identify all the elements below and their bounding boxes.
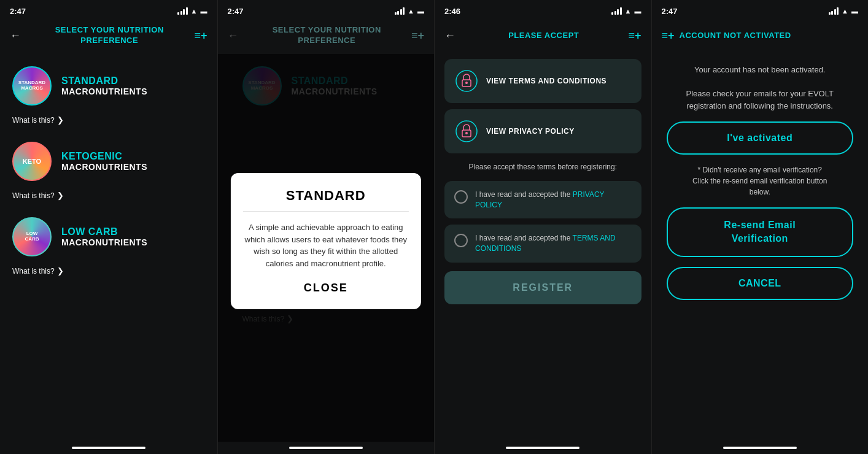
nutrition-item-standard[interactable]: STANDARDMACROS STANDARD MACRONUTRIENTS bbox=[0, 59, 217, 113]
nutrition-item-keto[interactable]: KETO KETOGENIC MACRONUTRIENTS bbox=[0, 134, 217, 188]
nutrition-bottom-lowcarb: MACRONUTRIENTS bbox=[61, 237, 205, 247]
nutrition-name-lowcarb: LOW CARB MACRONUTRIENTS bbox=[61, 226, 205, 247]
terms-label: VIEW TERMS AND CONDITIONS bbox=[486, 77, 606, 85]
modal-divider bbox=[243, 211, 409, 212]
nutrition-item-lowcarb[interactable]: LOWCARB LOW CARB MACRONUTRIENTS bbox=[0, 210, 217, 264]
nutrition-list: STANDARDMACROS STANDARD MACRONUTRIENTS W… bbox=[0, 54, 217, 442]
status-icons-1: ▲ ▬ bbox=[177, 7, 207, 15]
nutrition-bottom-standard: MACRONUTRIENTS bbox=[61, 87, 205, 96]
account-content: Your account has not been activated. Ple… bbox=[652, 54, 869, 442]
signal-icon-4 bbox=[829, 7, 839, 15]
what-is-this-lowcarb[interactable]: What is this? ❯ bbox=[0, 264, 217, 285]
chevron-right-icon-3: ❯ bbox=[57, 266, 64, 275]
checkbox-circle-privacy[interactable] bbox=[454, 190, 468, 204]
screen-account-not-activated: 2:47 ▲ ▬ ≡+ ACCOUNT NOT ACTIVATED Your a… bbox=[651, 0, 869, 454]
resend-note: * Didn't receive any email verification?… bbox=[692, 164, 827, 198]
status-icons-4: ▲ ▬ bbox=[829, 7, 858, 15]
logo-1: ≡+ bbox=[194, 29, 207, 42]
privacy-card[interactable]: VIEW PRIVACY POLICY bbox=[444, 109, 641, 153]
privacy-label: VIEW PRIVACY POLICY bbox=[486, 127, 575, 136]
privacy-link[interactable]: PRIVACY POLICY bbox=[475, 190, 604, 209]
screen-overlay: STANDARDMACROS STANDARD MACRONUTRIENTS S… bbox=[218, 54, 435, 442]
nutrition-bottom-keto: MACRONUTRIENTS bbox=[61, 162, 205, 172]
modal-close-button[interactable]: CLOSE bbox=[243, 282, 409, 294]
back-button-3[interactable]: ← bbox=[444, 29, 459, 42]
wifi-icon-2: ▲ bbox=[408, 7, 414, 15]
resend-button[interactable]: Re-send EmailVerification bbox=[667, 207, 854, 257]
header-title-2: SELECT YOUR NUTRITIONPREFERENCE bbox=[242, 25, 411, 46]
home-indicator-3 bbox=[435, 442, 651, 454]
badge-lowcarb: LOWCARB bbox=[12, 217, 52, 256]
badge-standard: STANDARDMACROS bbox=[12, 66, 52, 106]
nutrition-top-lowcarb: LOW CARB bbox=[61, 226, 205, 237]
signal-icon-3 bbox=[611, 7, 622, 15]
cancel-button[interactable]: CANCEL bbox=[667, 267, 854, 300]
status-time-1: 2:47 bbox=[10, 7, 26, 16]
battery-icon-2: ▬ bbox=[417, 7, 424, 15]
wifi-icon-4: ▲ bbox=[842, 7, 848, 15]
back-button-1[interactable]: ← bbox=[10, 29, 25, 42]
what-is-this-text-3: What is this? bbox=[12, 267, 55, 275]
checkbox-privacy[interactable]: I have read and accepted the PRIVACY POL… bbox=[444, 181, 641, 219]
battery-icon-4: ▬ bbox=[851, 7, 858, 15]
battery-icon: ▬ bbox=[201, 7, 207, 15]
header-3: ← PLEASE ACCEPT ≡+ bbox=[435, 20, 651, 54]
battery-icon-3: ▬ bbox=[635, 7, 641, 15]
lock-icon-terms bbox=[454, 69, 479, 93]
logo-3: ≡+ bbox=[628, 29, 641, 42]
svg-point-3 bbox=[456, 121, 477, 142]
status-icons-2: ▲ ▬ bbox=[395, 7, 424, 15]
checkbox-text-privacy: I have read and accepted the PRIVACY POL… bbox=[475, 190, 632, 210]
header-1: ← SELECT YOUR NUTRITIONPREFERENCE ≡+ bbox=[0, 20, 217, 54]
status-time-4: 2:47 bbox=[662, 7, 678, 16]
header-4: ≡+ ACCOUNT NOT ACTIVATED bbox=[652, 20, 869, 54]
header-2: ← SELECT YOUR NUTRITIONPREFERENCE ≡+ bbox=[218, 20, 435, 54]
wifi-icon-3: ▲ bbox=[625, 7, 632, 15]
status-icons-3: ▲ ▬ bbox=[611, 7, 641, 15]
accept-content: VIEW TERMS AND CONDITIONS VIEW PRIVACY P… bbox=[435, 54, 651, 442]
account-desc-1: Your account has not been activated. Ple… bbox=[667, 64, 854, 112]
register-button[interactable]: REGISTER bbox=[444, 271, 641, 304]
activated-button[interactable]: I've activated bbox=[667, 121, 854, 155]
screen-nutrition-modal: 2:47 ▲ ▬ ← SELECT YOUR NUTRITIONPREFEREN… bbox=[217, 0, 435, 454]
status-bar-4: 2:47 ▲ ▬ bbox=[652, 0, 869, 20]
status-time-3: 2:46 bbox=[444, 7, 460, 16]
nutrition-name-standard: STANDARD MACRONUTRIENTS bbox=[61, 75, 205, 96]
home-indicator-1 bbox=[0, 442, 217, 454]
checkbox-terms[interactable]: I have read and accepted the TERMS AND C… bbox=[444, 225, 641, 263]
home-indicator-2 bbox=[218, 442, 435, 454]
nutrition-top-keto: KETOGENIC bbox=[61, 151, 205, 162]
screen-please-accept: 2:46 ▲ ▬ ← PLEASE ACCEPT ≡+ VIEW TERM bbox=[434, 0, 651, 454]
terms-card[interactable]: VIEW TERMS AND CONDITIONS bbox=[444, 59, 641, 103]
modal-title: STANDARD bbox=[243, 188, 409, 204]
signal-icon bbox=[177, 7, 188, 15]
what-is-this-keto[interactable]: What is this? ❯ bbox=[0, 188, 217, 210]
home-indicator-4 bbox=[652, 442, 869, 454]
status-bar-2: 2:47 ▲ ▬ bbox=[218, 0, 435, 20]
svg-point-2 bbox=[465, 82, 468, 84]
signal-icon-2 bbox=[395, 7, 405, 15]
screen-nutrition-preference: 2:47 ▲ ▬ ← SELECT YOUR NUTRITIONPREFEREN… bbox=[0, 0, 217, 454]
nutrition-name-keto: KETOGENIC MACRONUTRIENTS bbox=[61, 151, 205, 172]
header-title-1: SELECT YOUR NUTRITIONPREFERENCE bbox=[25, 25, 194, 46]
what-is-this-text-2: What is this? bbox=[12, 191, 55, 200]
chevron-right-icon-1: ❯ bbox=[57, 115, 64, 125]
logo-2: ≡+ bbox=[411, 29, 424, 42]
checkbox-circle-terms[interactable] bbox=[454, 234, 468, 247]
modal-card: STANDARD A simple and achievable approac… bbox=[231, 173, 421, 309]
wifi-icon: ▲ bbox=[191, 7, 198, 15]
header-title-4: ACCOUNT NOT ACTIVATED bbox=[680, 31, 858, 41]
accept-notice: Please accept these terms before registe… bbox=[444, 160, 641, 175]
what-is-this-standard[interactable]: What is this? ❯ bbox=[0, 113, 217, 134]
status-bar-1: 2:47 ▲ ▬ bbox=[0, 0, 217, 20]
lock-icon-privacy bbox=[454, 119, 479, 144]
svg-point-5 bbox=[465, 132, 468, 134]
terms-link[interactable]: TERMS AND CONDITIONS bbox=[475, 234, 616, 253]
status-time-2: 2:47 bbox=[228, 7, 244, 16]
nutrition-top-standard: STANDARD bbox=[61, 75, 205, 87]
status-bar-3: 2:46 ▲ ▬ bbox=[435, 0, 651, 20]
checkbox-text-terms: I have read and accepted the TERMS AND C… bbox=[475, 233, 632, 254]
back-button-2[interactable]: ← bbox=[228, 29, 242, 42]
badge-keto: KETO bbox=[12, 142, 52, 181]
modal-body: A simple and achievable approach to eati… bbox=[243, 221, 409, 269]
